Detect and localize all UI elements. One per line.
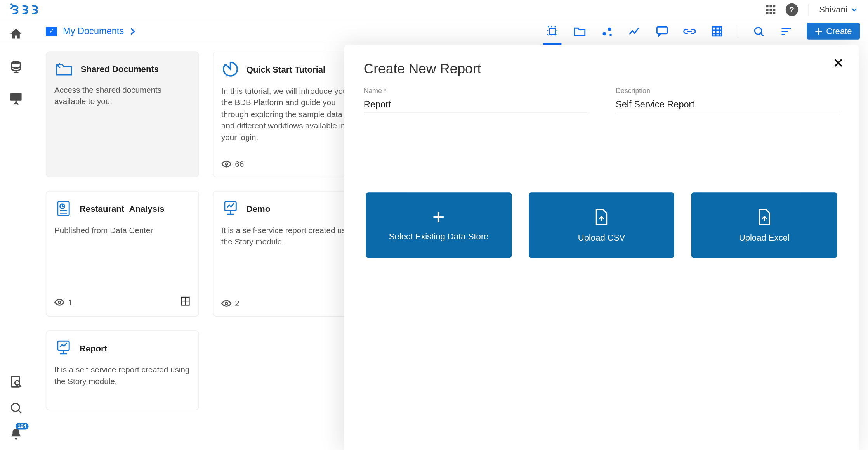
svg-rect-14 — [712, 26, 722, 36]
trend-icon[interactable] — [628, 24, 641, 38]
card-title: Shared Documents — [81, 64, 159, 73]
pie-icon — [221, 60, 240, 78]
plus-icon — [815, 27, 823, 35]
link-icon[interactable] — [683, 24, 696, 38]
story-icon — [54, 339, 73, 357]
modal-title: Create New Report — [364, 61, 839, 76]
card-desc: It is a self-service report created usin… — [221, 225, 358, 289]
datastore-icon[interactable] — [8, 58, 24, 74]
separator — [738, 25, 738, 37]
card-report[interactable]: Report It is a self-service report creat… — [46, 330, 199, 410]
svg-point-5 — [15, 381, 19, 385]
search-tool-icon[interactable] — [752, 24, 766, 38]
name-input[interactable] — [364, 97, 587, 112]
notification-count: 124 — [16, 423, 29, 430]
card-title: Report — [80, 343, 107, 353]
report-doc-icon — [54, 199, 73, 218]
svg-rect-13 — [657, 26, 667, 33]
presentation-icon[interactable] — [8, 90, 24, 106]
create-label: Create — [826, 26, 852, 36]
nodes-icon[interactable] — [600, 24, 614, 38]
card-desc: Access the shared documents available to… — [54, 84, 191, 169]
separator — [808, 4, 809, 15]
card-restaurant-analysis[interactable]: Restaurant_Analysis Published from Data … — [46, 191, 199, 317]
brand-logo — [10, 3, 45, 16]
table-icon[interactable] — [710, 24, 724, 38]
card-desc: In this tutorial, we will introduce you … — [221, 85, 358, 148]
comment-icon[interactable] — [655, 24, 669, 38]
file-upload-icon — [757, 208, 772, 225]
notifications-icon[interactable]: 124 — [8, 426, 24, 442]
create-report-modal: Create New Report Name * Description Sel… — [344, 45, 859, 450]
tile-label: Upload CSV — [578, 232, 625, 242]
description-input[interactable]: Self Service Report — [616, 97, 839, 112]
svg-line-8 — [18, 410, 21, 413]
eye-icon — [221, 160, 232, 168]
chevron-down-icon — [851, 6, 858, 13]
eye-icon — [221, 299, 232, 308]
sort-icon[interactable] — [779, 24, 793, 38]
create-button[interactable]: Create — [807, 23, 860, 40]
svg-point-10 — [602, 32, 606, 35]
view-count: 1 — [68, 298, 72, 307]
folder-icon[interactable] — [573, 24, 587, 38]
folder-badge-icon: ✓ — [46, 26, 57, 36]
topbar: ? Shivani — [0, 0, 868, 19]
close-icon[interactable] — [833, 57, 844, 71]
folder-share-icon — [54, 60, 74, 77]
apps-icon[interactable] — [766, 5, 775, 14]
card-quick-start[interactable]: Quick Start Tutorial In this tutorial, w… — [213, 52, 366, 177]
tile-label: Upload Excel — [739, 232, 790, 242]
svg-rect-9 — [549, 28, 555, 34]
upload-excel-tile[interactable]: Upload Excel — [691, 192, 837, 258]
eye-icon — [54, 298, 65, 306]
chevron-right-icon — [130, 27, 135, 35]
svg-point-19 — [755, 27, 762, 34]
card-title: Quick Start Tutorial — [247, 64, 325, 74]
svg-line-20 — [761, 33, 763, 36]
card-desc: It is a self-service report created usin… — [54, 364, 191, 402]
card-demo[interactable]: Demo It is a self-service report created… — [213, 191, 366, 317]
audit-icon[interactable] — [8, 374, 24, 389]
card-title: Demo — [247, 204, 270, 213]
view-count: 2 — [235, 299, 239, 308]
svg-point-7 — [11, 403, 19, 412]
card-desc: Published from Data Center — [54, 225, 191, 286]
svg-point-38 — [225, 302, 227, 305]
svg-rect-3 — [10, 93, 22, 101]
breadcrumb[interactable]: ✓ My Documents — [46, 26, 135, 36]
description-label: Description — [616, 87, 839, 95]
svg-point-11 — [608, 27, 611, 31]
tile-label: Select Existing Data Store — [389, 231, 489, 241]
left-nav-rail: 124 — [0, 19, 32, 450]
view-count: 66 — [235, 159, 244, 168]
grid-select-icon[interactable] — [545, 24, 559, 38]
file-upload-icon — [594, 208, 609, 225]
card-title: Restaurant_Analysis — [80, 204, 165, 213]
svg-point-12 — [609, 33, 612, 36]
svg-point-0 — [12, 61, 20, 64]
story-icon — [221, 199, 240, 218]
upload-csv-tile[interactable]: Upload CSV — [529, 192, 674, 258]
breadcrumb-label: My Documents — [63, 26, 124, 36]
select-existing-datastore-tile[interactable]: Select Existing Data Store — [366, 192, 512, 258]
name-label: Name * — [364, 87, 587, 95]
user-name: Shivani — [819, 5, 847, 14]
table-small-icon — [180, 296, 191, 308]
toolbar: ✓ My Documents Create — [0, 19, 868, 43]
svg-point-31 — [58, 301, 61, 303]
search-icon[interactable] — [8, 400, 24, 416]
home-icon[interactable] — [8, 26, 24, 42]
help-icon[interactable]: ? — [785, 3, 798, 16]
plus-icon — [431, 209, 446, 224]
card-shared-documents[interactable]: Shared Documents Access the shared docum… — [46, 52, 199, 177]
user-menu[interactable]: Shivani — [819, 5, 858, 14]
svg-point-24 — [225, 163, 227, 165]
